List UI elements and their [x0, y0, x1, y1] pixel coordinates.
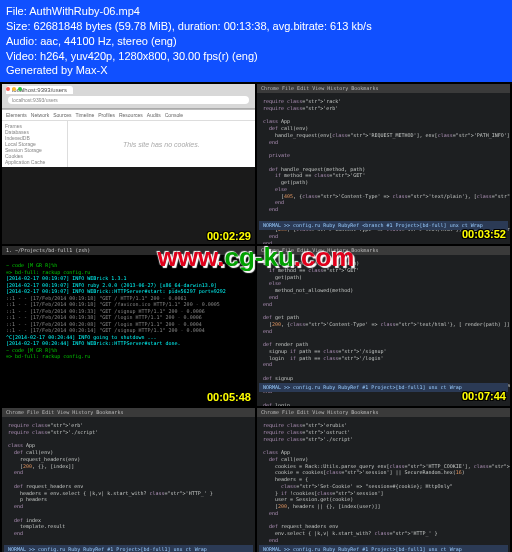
code-line: end [8, 469, 249, 476]
code-line [263, 442, 504, 449]
code-line: end [263, 328, 504, 335]
code-line: method_not_allowed(method) [263, 287, 504, 294]
browser-url[interactable]: localhost:9393/users [8, 96, 249, 104]
terminal-title: 1. ~/Projects/bd-full1 (zsh) [2, 246, 255, 255]
browser-chrome: localhost:9393/users localhost:9393/user… [2, 84, 255, 109]
code-line: [200, {class="str">'Content-Type' => cla… [263, 321, 504, 328]
terminal-line: [2014-02-17 00:19:07] INFO WEBrick::HTTP… [6, 288, 251, 295]
code-line: template.result [8, 523, 249, 530]
code-line: headers = { [263, 476, 504, 483]
traffic-lights [6, 87, 22, 91]
mac-menubar: Chrome File Edit View History Bookmarks [257, 84, 510, 93]
devtools-tab[interactable]: Network [31, 112, 49, 118]
code-line [263, 334, 504, 341]
browser-window: localhost:9393/users localhost:9393/user… [2, 84, 255, 167]
code-line [263, 159, 504, 166]
devtools-side-item[interactable]: Application Cache [4, 159, 65, 165]
code-line: end [263, 294, 504, 301]
code-line: def call(env) [263, 125, 504, 132]
devtools-tab[interactable]: Profiles [98, 112, 115, 118]
code-line: request_headers(env) [8, 456, 249, 463]
code-line: [405, {class="str">'Content-Type' => cla… [263, 193, 504, 200]
code-line: headers = env.select { |k,v| k.start_wit… [8, 490, 249, 497]
media-info-header: File: AuthWithRuby-06.mp4 Size: 62681848… [0, 0, 512, 82]
code-line: def signup [263, 375, 504, 382]
code-line: else [263, 186, 504, 193]
code-line: def request_headers env [8, 483, 249, 490]
size-line: Size: 62681848 bytes (59.78 MiB), durati… [6, 19, 506, 34]
code-line [263, 213, 504, 220]
code-line [8, 510, 249, 517]
terminal-line: ::1 - - [17/Feb/2014 00:19:18] "GET /fav… [6, 301, 251, 308]
code-line: if method == class="str">'GET' [263, 172, 504, 179]
code-line: end [263, 537, 504, 544]
code-line: cookie = cookies[class="str">'session'] … [263, 469, 504, 476]
devtools-tab[interactable]: Audits [147, 112, 161, 118]
code-line: def render path [263, 341, 504, 348]
thumb-3: 1. ~/Projects/bd-full1 (zsh) ~ code [M G… [2, 246, 255, 406]
code-line: [200, {}, [index]] [8, 463, 249, 470]
code-line: end [8, 503, 249, 510]
devtools-tab[interactable]: Timeline [76, 112, 95, 118]
file-line: File: AuthWithRuby-06.mp4 [6, 4, 506, 19]
video-line: Video: h264, yuv420p, 1280x800, 30.00 fp… [6, 49, 506, 64]
devtools-tab[interactable]: Console [165, 112, 183, 118]
code-line: def index [8, 517, 249, 524]
code-line: require class="str">'./script' [263, 436, 504, 443]
code-line [263, 368, 504, 375]
code-line: get(path) [263, 179, 504, 186]
code-line: class App [263, 449, 504, 456]
code-line [263, 145, 504, 152]
code-line: p headers [8, 496, 249, 503]
code-line: require class="str">'./script' [8, 429, 249, 436]
code-line: def get path [263, 314, 504, 321]
code-line: class App [8, 442, 249, 449]
code-line: class App [263, 118, 504, 125]
code-line: end [263, 510, 504, 517]
code-line: require class="str">'erb' [8, 422, 249, 429]
code-line: } if !cookies[class="str">'session'] [263, 490, 504, 497]
code-line [263, 307, 504, 314]
terminal-content[interactable]: ~ code [M GR R]%h=> bd-full: rackup conf… [6, 262, 251, 360]
devtools-tab[interactable]: Resources [119, 112, 143, 118]
code-line: require class="str">'rack' [263, 98, 504, 105]
timestamp: 00:02:29 [207, 230, 251, 242]
devtools-tabs[interactable]: ElementsNetworkSourcesTimelineProfilesRe… [2, 110, 255, 121]
timestamp: 00:03:52 [462, 227, 506, 242]
mac-menubar: Chrome File Edit View History Bookmarks [2, 408, 255, 417]
code-line: def handle_request(method, path) [263, 166, 504, 173]
code-line: get(path) [263, 274, 504, 281]
code-line: require class="str">'ostruct' [263, 429, 504, 436]
code-line: end [263, 206, 504, 213]
code-line: login if path == class="str">'/login' [263, 355, 504, 362]
devtools-tab[interactable]: Sources [53, 112, 71, 118]
devtools-content: This site has no cookies. [68, 121, 255, 167]
code-line: if method == class="str">'GET' [263, 267, 504, 274]
devtools-tab[interactable]: Elements [6, 112, 27, 118]
code-line: end [8, 530, 249, 537]
devtools-panel[interactable]: ElementsNetworkSourcesTimelineProfilesRe… [2, 109, 255, 167]
code-line: env.select { |k,v| k.start_with? class="… [263, 530, 504, 537]
timestamp: 00:05:48 [207, 390, 251, 404]
code-panel: require class="str">'erubis'require clas… [263, 422, 504, 552]
code-line: end [263, 139, 504, 146]
thumb-4: Chrome File Edit View History Bookmarks … [257, 246, 510, 406]
thumb-1: localhost:9393/users localhost:9393/user… [2, 84, 255, 244]
code-line: user = Session.get(cookie) [263, 496, 504, 503]
code-line: end [263, 199, 504, 206]
code-panel: require class="str">'erb'require class="… [8, 422, 249, 552]
mac-menubar: Chrome File Edit View History Bookmarks [257, 408, 510, 417]
code-line: handle_request(env[class="str">'REQUEST_… [263, 132, 504, 139]
terminal-line: => bd-full: rackup config.ru [6, 353, 251, 360]
devtools-sidebar[interactable]: FramesDatabasesIndexedDBLocal StorageSes… [2, 121, 68, 167]
code-line: require class="str">'erb' [263, 105, 504, 112]
code-line: cookies = Rack::Utils.parse_query env[cl… [263, 463, 504, 470]
code-line: else [263, 280, 504, 287]
timestamp: 00:07:44 [462, 389, 506, 404]
thumb-2: Chrome File Edit View History Bookmarks … [257, 84, 510, 244]
code-line [263, 112, 504, 119]
code-line: def handle_request(method, path) [263, 260, 504, 267]
code-line: [200, headers || {}, [index(user)]] [263, 503, 504, 510]
code-line: end [263, 301, 504, 308]
thumb-5: Chrome File Edit View History Bookmarks … [2, 408, 255, 552]
